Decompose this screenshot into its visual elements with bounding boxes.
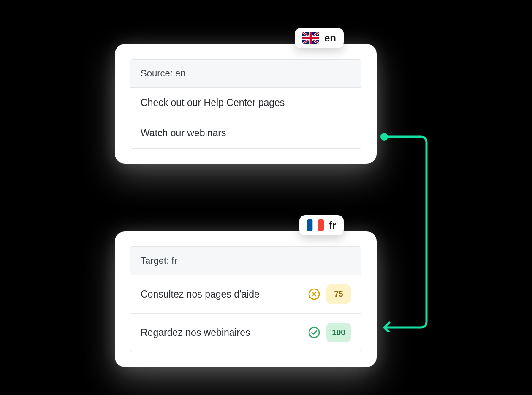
table-row[interactable]: Check out our Help Center pages bbox=[130, 88, 361, 118]
source-row-text: Watch our webinars bbox=[141, 127, 351, 139]
source-card: en Source: en Check out our Help Center … bbox=[115, 44, 377, 164]
connector-arrow-icon bbox=[377, 133, 432, 332]
source-row-text: Check out our Help Center pages bbox=[141, 97, 351, 108]
target-row-text: Regardez nos webinaires bbox=[141, 327, 301, 338]
target-lang-label: fr bbox=[329, 219, 336, 231]
france-flag-icon bbox=[307, 219, 324, 231]
row-meta: 100 bbox=[308, 323, 351, 342]
source-table: Source: en Check out our Help Center pag… bbox=[130, 59, 361, 149]
svg-rect-2 bbox=[307, 219, 312, 231]
check-circle-icon bbox=[308, 326, 320, 339]
target-lang-badge: fr bbox=[299, 215, 344, 235]
target-card: fr Target: fr Consultez nos pages d'aide… bbox=[115, 231, 377, 367]
table-row[interactable]: Consultez nos pages d'aide 75 bbox=[130, 275, 361, 314]
table-row[interactable]: Watch our webinars bbox=[130, 118, 361, 148]
row-meta: 75 bbox=[308, 284, 351, 304]
source-lang-label: en bbox=[324, 32, 336, 44]
warning-icon bbox=[308, 288, 320, 300]
score-badge: 75 bbox=[326, 284, 351, 304]
target-table: Target: fr Consultez nos pages d'aide 75… bbox=[130, 246, 361, 352]
score-badge: 100 bbox=[326, 323, 351, 342]
source-table-header: Source: en bbox=[130, 60, 361, 88]
target-row-text: Consultez nos pages d'aide bbox=[141, 289, 301, 300]
uk-flag-icon bbox=[302, 32, 319, 44]
svg-rect-3 bbox=[318, 219, 323, 231]
source-lang-badge: en bbox=[295, 28, 344, 48]
table-row[interactable]: Regardez nos webinaires 100 bbox=[130, 314, 361, 352]
svg-point-6 bbox=[380, 133, 388, 141]
target-table-header: Target: fr bbox=[130, 247, 361, 275]
